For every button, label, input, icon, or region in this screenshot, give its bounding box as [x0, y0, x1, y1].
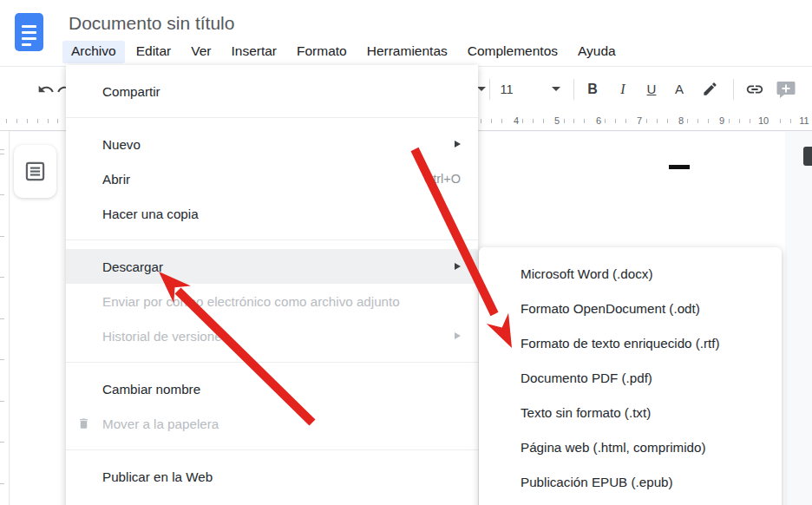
ruler-number: 8 — [675, 114, 687, 128]
submenu-item-html[interactable]: Página web (.html, comprimido) — [479, 430, 782, 464]
menu-item-publicar-web[interactable]: Publicar en la Web — [66, 459, 478, 494]
ruler-number: 11 — [796, 114, 812, 128]
document-outline-tab[interactable] — [14, 145, 56, 198]
menu-item-abrir[interactable]: Abrir Ctrl+O — [66, 161, 478, 196]
submenu-arrow-icon — [455, 263, 461, 270]
menu-complementos[interactable]: Complementos — [459, 41, 566, 63]
ruler-number: 5 — [551, 114, 563, 128]
submenu-item-docx[interactable]: Microsoft Word (.docx) — [479, 256, 782, 291]
google-docs-icon[interactable] — [15, 13, 43, 51]
submenu-item-odt[interactable]: Formato OpenDocument (.odt) — [479, 291, 782, 325]
menu-item-label: Historial de versiones — [102, 329, 228, 344]
document-title[interactable]: Documento sin título — [69, 13, 234, 34]
menu-item-enviar-colaboradores: Enviar un correo electrónico a los colab… — [66, 494, 478, 505]
menu-item-label: Publicar en la Web — [102, 469, 213, 484]
menu-item-historial-versiones: Historial de versiones — [66, 318, 478, 353]
submenu-arrow-icon — [455, 141, 461, 148]
menu-formato[interactable]: Formato — [288, 41, 356, 63]
menu-item-label: Mover a la papelera — [102, 416, 219, 431]
ruler-number: 4 — [510, 114, 522, 128]
menu-item-descargar[interactable]: Descargar — [66, 249, 478, 284]
submenu-item-pdf[interactable]: Documento PDF (.pdf) — [479, 360, 782, 395]
menu-archivo[interactable]: Archivo — [62, 41, 125, 63]
submenu-item-rtf[interactable]: Formato de texto enriquecido (.rtf) — [479, 325, 782, 360]
submenu-item-epub[interactable]: Publicación EPUB (.epub) — [479, 464, 782, 499]
submenu-item-label: Texto sin formato (.txt) — [521, 405, 651, 420]
menu-item-label: Abrir — [102, 172, 130, 187]
menu-item-nuevo[interactable]: Nuevo — [66, 127, 478, 161]
italic-button[interactable]: I — [613, 67, 632, 111]
bold-button[interactable]: B — [583, 67, 602, 111]
menu-item-label: Nuevo — [102, 137, 141, 152]
menu-insertar[interactable]: Insertar — [222, 41, 285, 63]
submenu-item-txt[interactable]: Texto sin formato (.txt) — [479, 395, 782, 430]
google-docs-window: Documento sin título Archivo Editar Ver … — [0, 0, 812, 505]
toolbar-divider — [733, 79, 734, 100]
submenu-item-label: Microsoft Word (.docx) — [521, 266, 652, 281]
font-size-dropdown-icon[interactable] — [550, 67, 562, 111]
underline-button[interactable]: U — [642, 67, 661, 111]
submenu-item-label: Página web (.html, comprimido) — [521, 440, 706, 455]
text-color-swatch — [669, 165, 690, 169]
highlight-color-icon[interactable] — [698, 67, 721, 111]
menu-item-label: Enviar por correo electrónico como archi… — [102, 294, 400, 309]
menu-separator — [66, 239, 478, 240]
ruler-number: 7 — [633, 114, 645, 128]
submenu-item-label: Formato OpenDocument (.odt) — [521, 301, 700, 316]
text-color-button[interactable]: A — [670, 67, 689, 111]
toolbar-divider — [489, 79, 490, 100]
menu-bar: Archivo Editar Ver Insertar Formato Herr… — [62, 41, 625, 63]
menu-separator — [66, 449, 478, 450]
menu-item-hacer-una-copia[interactable]: Hacer una copia — [66, 196, 478, 231]
menu-item-cambiar-nombre[interactable]: Cambiar nombre — [66, 371, 478, 406]
ruler-number: 9 — [716, 114, 728, 128]
menu-ayuda[interactable]: Ayuda — [569, 41, 625, 63]
menu-editar[interactable]: Editar — [128, 41, 180, 63]
menu-item-enviar-adjunto: Enviar por correo electrónico como archi… — [66, 284, 478, 318]
vertical-ruler — [0, 130, 10, 505]
trash-icon — [77, 416, 90, 430]
font-size-value[interactable]: 11 — [496, 67, 517, 111]
ruler-number: 6 — [593, 114, 605, 128]
document-outline-icon — [23, 160, 47, 183]
menu-item-label: Cambiar nombre — [102, 382, 200, 397]
submenu-item-label: Publicación EPUB (.epub) — [521, 475, 673, 489]
insert-image-icon[interactable] — [803, 147, 812, 166]
ruler-number: 10 — [755, 114, 772, 128]
submenu-item-label: Documento PDF (.pdf) — [521, 371, 652, 385]
submenu-arrow-icon — [455, 332, 461, 339]
menu-item-label: Descargar — [102, 259, 163, 274]
add-comment-icon[interactable] — [773, 67, 799, 111]
menu-separator — [66, 362, 478, 363]
menu-item-compartir[interactable]: Compartir — [66, 74, 478, 108]
menu-item-label: Hacer una copia — [102, 207, 199, 221]
menu-shortcut: Ctrl+O — [424, 172, 461, 186]
menu-ver[interactable]: Ver — [182, 41, 219, 63]
submenu-item-label: Formato de texto enriquecido (.rtf) — [521, 336, 720, 351]
menu-item-label: Compartir — [102, 84, 160, 99]
file-menu-panel: Compartir Nuevo Abrir Ctrl+O Hacer una c… — [66, 65, 478, 505]
download-submenu-panel: Microsoft Word (.docx) Formato OpenDocum… — [479, 247, 782, 505]
menu-separator — [66, 117, 478, 118]
insert-link-icon[interactable] — [743, 67, 766, 111]
menu-herramientas[interactable]: Herramientas — [358, 41, 456, 63]
menu-item-mover-papelera: Mover a la papelera — [66, 406, 478, 441]
toolbar-divider — [573, 79, 574, 100]
